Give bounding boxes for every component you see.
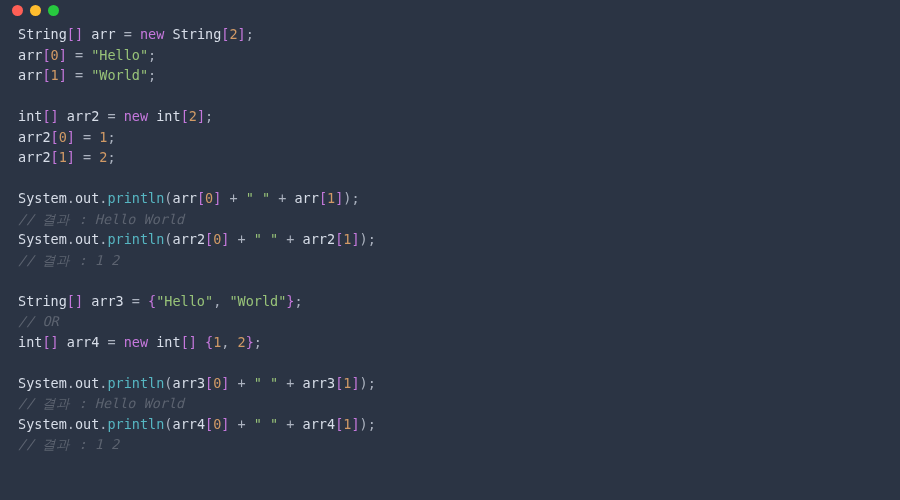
token-comment: // 결과 : Hello World — [18, 395, 184, 411]
token-comment: // 결과 : 1 2 — [18, 252, 119, 268]
token-keyword: new — [124, 334, 148, 350]
token-punct: ; — [107, 129, 115, 145]
token-str: "Hello" — [156, 293, 213, 309]
code-line — [18, 86, 882, 107]
token-punct: . — [67, 231, 75, 247]
code-line: // 결과 : 1 2 — [18, 434, 882, 455]
token-type: String — [18, 26, 67, 42]
token-bracket: ] — [238, 26, 246, 42]
token-str: " " — [254, 375, 278, 391]
zoom-icon[interactable] — [48, 5, 59, 16]
token-op: = — [75, 149, 99, 165]
token-bracket: [ — [42, 67, 50, 83]
token-op — [148, 334, 156, 350]
token-ident: arr3 — [303, 375, 336, 391]
code-line: String[] arr = new String[2]; — [18, 24, 882, 45]
token-op — [83, 293, 91, 309]
token-ident: arr2 — [173, 231, 206, 247]
token-ident: System — [18, 416, 67, 432]
token-ident: out — [75, 231, 99, 247]
token-punct: ; — [148, 47, 156, 63]
token-op: + — [229, 231, 253, 247]
token-punct: ( — [164, 231, 172, 247]
token-punct: . — [67, 190, 75, 206]
code-line: arr[0] = "Hello"; — [18, 45, 882, 66]
token-op: = — [75, 129, 99, 145]
token-bracket: ] — [197, 108, 205, 124]
token-keyword: new — [140, 26, 164, 42]
token-op — [59, 334, 67, 350]
code-line: arr[1] = "World"; — [18, 65, 882, 86]
token-bracket: { — [148, 293, 156, 309]
token-bracket: ] — [67, 149, 75, 165]
token-op: = — [99, 108, 123, 124]
code-line: System.out.println(arr[0] + " " + arr[1]… — [18, 188, 882, 209]
token-op: + — [278, 375, 302, 391]
close-icon[interactable] — [12, 5, 23, 16]
code-line: // 결과 : Hello World — [18, 209, 882, 230]
code-line: int[] arr2 = new int[2]; — [18, 106, 882, 127]
token-punct: ) — [360, 231, 368, 247]
token-punct: ; — [205, 108, 213, 124]
token-punct: ; — [368, 231, 376, 247]
token-bracket: [] — [67, 26, 83, 42]
token-num: 2 — [238, 334, 246, 350]
token-num: 0 — [59, 129, 67, 145]
token-bracket: [] — [67, 293, 83, 309]
token-op — [197, 334, 205, 350]
token-op: = — [116, 26, 140, 42]
token-func: println — [107, 231, 164, 247]
code-line — [18, 270, 882, 291]
token-bracket: [ — [197, 190, 205, 206]
token-str: "World" — [91, 67, 148, 83]
token-ident: arr3 — [173, 375, 206, 391]
token-bracket: [ — [205, 231, 213, 247]
token-op: + — [278, 416, 302, 432]
token-ident: System — [18, 231, 67, 247]
token-ident: out — [75, 416, 99, 432]
token-punct: ; — [107, 149, 115, 165]
token-func: println — [107, 375, 164, 391]
token-punct: ; — [351, 190, 359, 206]
token-ident: System — [18, 375, 67, 391]
token-num: 2 — [229, 26, 237, 42]
token-op: = — [67, 67, 91, 83]
token-bracket: ] — [59, 67, 67, 83]
token-ident: arr2 — [67, 108, 100, 124]
token-punct: ; — [294, 293, 302, 309]
token-func: println — [107, 416, 164, 432]
token-op: + — [278, 231, 302, 247]
token-comment: // 결과 : Hello World — [18, 211, 184, 227]
token-ident: arr4 — [173, 416, 206, 432]
token-punct: , — [221, 334, 237, 350]
token-type: int — [156, 334, 180, 350]
code-line: System.out.println(arr4[0] + " " + arr4[… — [18, 414, 882, 435]
token-str: "World" — [229, 293, 286, 309]
token-punct: ; — [368, 416, 376, 432]
code-line: // 결과 : Hello World — [18, 393, 882, 414]
token-ident: arr2 — [18, 129, 51, 145]
token-type: int — [18, 334, 42, 350]
token-num: 1 — [59, 149, 67, 165]
token-op: + — [229, 375, 253, 391]
token-bracket: [ — [42, 47, 50, 63]
code-editor[interactable]: String[] arr = new String[2];arr[0] = "H… — [0, 10, 900, 469]
token-punct: ; — [246, 26, 254, 42]
token-bracket: [ — [51, 129, 59, 145]
token-comment: // OR — [18, 313, 59, 329]
token-punct: ; — [254, 334, 262, 350]
token-ident: out — [75, 190, 99, 206]
token-bracket: [] — [181, 334, 197, 350]
window-titlebar — [0, 0, 900, 10]
token-ident: arr3 — [91, 293, 124, 309]
code-line: // 결과 : 1 2 — [18, 250, 882, 271]
token-ident: arr — [173, 190, 197, 206]
minimize-icon[interactable] — [30, 5, 41, 16]
token-bracket: ] — [67, 129, 75, 145]
token-punct: ( — [164, 190, 172, 206]
token-ident: arr4 — [67, 334, 100, 350]
token-punct: ) — [360, 416, 368, 432]
token-op — [59, 108, 67, 124]
token-bracket: [ — [205, 416, 213, 432]
token-op: + — [229, 416, 253, 432]
